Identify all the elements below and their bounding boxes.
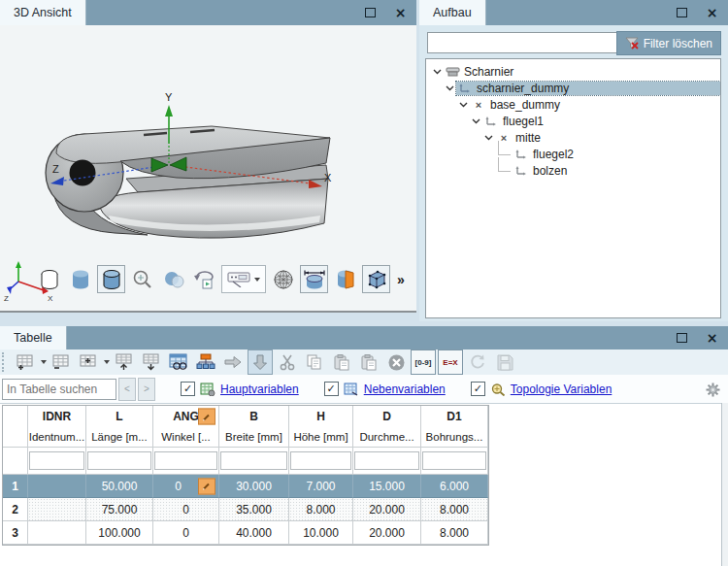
paste-special-button[interactable] [356,350,381,375]
column-filter-input[interactable] [29,451,84,470]
cell-d[interactable]: 15.000 [353,475,421,498]
cell-d[interactable]: 20.000 [353,498,421,521]
cell-idnr[interactable] [28,475,86,498]
cell-h[interactable]: 7.000 [289,475,353,498]
transfer-arrow-button[interactable] [220,350,246,375]
cell-ang[interactable]: 0 [153,498,219,521]
cell-b[interactable]: 30.000 [219,475,289,498]
vertex-box-icon[interactable] [362,265,390,293]
cell-d1[interactable]: 8.000 [421,498,488,521]
rotate-view-icon[interactable] [190,265,218,293]
cell-b[interactable]: 40.000 [219,521,289,545]
toolbar-overflow-button[interactable]: » [397,272,405,287]
wireframe-cylinder-icon[interactable] [35,265,63,293]
pull-down-button[interactable] [248,350,273,375]
cell-idnr[interactable] [28,521,86,545]
search-prev-button[interactable]: < [118,378,136,401]
column-header-d1[interactable]: D1 [421,406,488,427]
chevron-down-icon[interactable] [443,85,456,91]
tree-item-base-dummy[interactable]: × base_dummy [426,96,720,113]
tree-item-fluegel1[interactable]: fluegel1 [426,113,720,129]
add-row-button[interactable] [13,350,38,375]
row-number[interactable]: 1 [3,475,28,498]
column-header-l[interactable]: L [86,406,153,427]
checkbox-checked-icon[interactable]: ✓ [324,382,339,396]
paste-button[interactable] [329,350,354,375]
tab-aufbau[interactable]: Aufbau [419,0,486,25]
close-button[interactable]: × [706,7,718,19]
clear-filter-button[interactable]: Filter löschen [616,31,721,55]
column-filter-input[interactable] [87,451,151,470]
maximize-button[interactable] [364,7,377,19]
tree-item-fluegel2[interactable]: fluegel2 [426,146,720,162]
hierarchy-button[interactable] [193,350,218,375]
cell-h[interactable]: 8.000 [289,498,353,521]
chevron-down-icon[interactable] [469,118,482,124]
cell-d1[interactable]: 8.000 [421,521,488,545]
value-format-button[interactable]: [0-9] [411,350,436,375]
zoom-fit-icon[interactable] [128,265,156,293]
tree-item-scharnier[interactable]: Scharnier [426,63,720,80]
column-filter-input[interactable] [220,451,287,470]
nebenvariablen-link[interactable]: Nebenvariablen [364,383,446,396]
column-header-idnr[interactable]: IDNR [28,406,86,427]
maximize-button[interactable] [676,332,688,345]
cell-d[interactable]: 20.000 [353,521,421,545]
section-cylinder-icon[interactable] [331,265,359,293]
move-row-down-button[interactable] [139,350,164,375]
cell-l[interactable]: 100.000 [86,521,153,545]
shaded-edges-cylinder-icon[interactable] [97,265,125,293]
reload-button[interactable] [465,350,490,375]
move-row-up-button[interactable] [112,350,137,375]
chevron-down-icon[interactable] [456,102,470,108]
annotation-dropdown-button[interactable] [221,265,266,293]
tree-item-bolzen[interactable]: bolzen [426,162,720,179]
cell-ang[interactable]: 0 [153,475,219,498]
close-button[interactable]: × [706,332,718,345]
column-header-ang[interactable]: ANG [153,406,219,427]
column-filter-input[interactable] [290,451,351,470]
vertical-scrollbar[interactable] [721,403,728,566]
checkbox-checked-icon[interactable]: ✓ [471,382,485,396]
edit-pencil-button[interactable] [198,478,215,494]
chevron-down-icon[interactable] [481,135,495,141]
toggle-hauptvariablen[interactable]: ✓ Hauptvariablen [181,382,299,396]
column-header-b[interactable]: B [219,406,289,427]
tree-item-mitte[interactable]: × mitte [426,129,720,146]
save-button[interactable] [492,350,517,375]
insert-row-button[interactable] [76,350,101,375]
cell-l[interactable]: 75.000 [86,498,153,521]
expression-button[interactable]: E=X [438,350,463,375]
toggle-topologie-variablen[interactable]: ✓ Topologie Variablen [471,382,612,396]
maximize-button[interactable] [676,7,688,19]
chevron-down-icon[interactable] [430,69,444,75]
cell-b[interactable]: 35.000 [219,498,289,521]
3d-viewport[interactable]: Z X Y Z [0,25,416,313]
dimensions-cylinder-icon[interactable] [300,265,328,293]
copy-button[interactable] [302,350,327,375]
tree-item-scharnier-dummy[interactable]: scharnier_dummy [426,80,720,96]
topologie-variablen-link[interactable]: Topologie Variablen [511,383,612,396]
chevron-down-icon[interactable] [41,360,47,364]
chevron-down-icon[interactable] [104,360,110,364]
cell-h[interactable]: 10.000 [289,521,353,545]
cell-idnr[interactable] [28,498,86,521]
checkbox-checked-icon[interactable]: ✓ [181,382,195,396]
cell-l[interactable]: 50.000 [86,475,153,498]
table-search-input[interactable] [2,379,116,400]
delete-all-button[interactable] [383,350,409,375]
close-button[interactable]: × [394,7,407,19]
structure-filter-input[interactable] [427,32,629,53]
row-number[interactable]: 3 [3,521,28,545]
cell-ang[interactable]: 0 [153,521,219,545]
shaded-cylinder-icon[interactable] [66,265,94,293]
hauptvariablen-link[interactable]: Hauptvariablen [220,383,299,396]
column-filter-input[interactable] [154,451,217,470]
row-number[interactable]: 2 [3,498,28,521]
remove-row-button[interactable] [49,350,74,375]
cell-d1[interactable]: 6.000 [421,475,488,498]
edit-pencil-button[interactable] [198,409,215,425]
column-filter-input[interactable] [354,451,419,470]
column-filter-input[interactable] [422,451,486,470]
gear-icon[interactable] [706,383,720,397]
